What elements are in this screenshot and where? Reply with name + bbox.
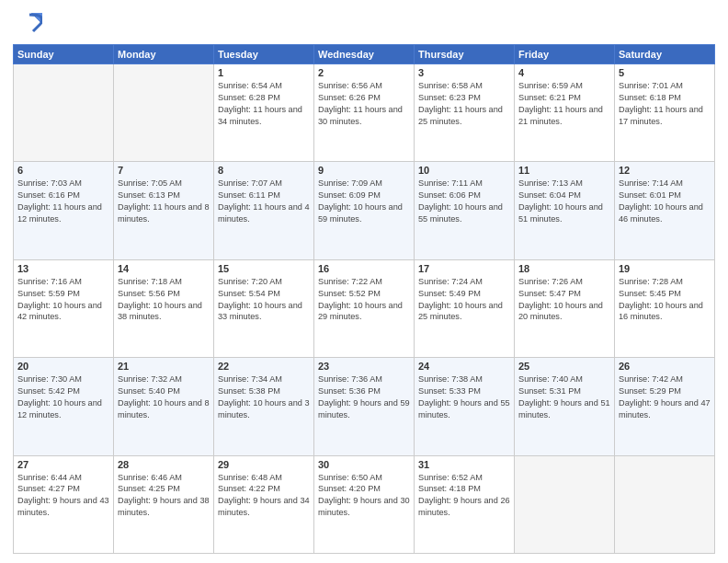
day-info: Sunrise: 6:48 AMSunset: 4:22 PMDaylight:…	[218, 472, 310, 520]
day-number: 6	[17, 165, 109, 176]
calendar-week-0: 1Sunrise: 6:54 AMSunset: 6:28 PMDaylight…	[14, 64, 715, 162]
day-info: Sunrise: 7:34 AMSunset: 5:38 PMDaylight:…	[218, 373, 310, 421]
day-number: 8	[218, 165, 310, 176]
col-friday: Friday	[515, 45, 615, 64]
calendar-cell: 5Sunrise: 7:01 AMSunset: 6:18 PMDaylight…	[615, 64, 715, 162]
day-number: 27	[17, 459, 109, 470]
day-number: 16	[318, 263, 410, 274]
day-number: 28	[118, 459, 210, 470]
day-info: Sunrise: 6:58 AMSunset: 6:23 PMDaylight:…	[418, 80, 510, 128]
calendar-cell: 31Sunrise: 6:52 AMSunset: 4:18 PMDayligh…	[415, 455, 515, 553]
day-info: Sunrise: 7:42 AMSunset: 5:29 PMDaylight:…	[619, 373, 711, 421]
day-info: Sunrise: 7:13 AMSunset: 6:04 PMDaylight:…	[518, 178, 610, 225]
col-wednesday: Wednesday	[314, 45, 415, 64]
calendar-cell: 4Sunrise: 6:59 AMSunset: 6:21 PMDaylight…	[515, 64, 615, 162]
calendar-cell: 21Sunrise: 7:32 AMSunset: 5:40 PMDayligh…	[114, 358, 214, 455]
calendar-week-2: 13Sunrise: 7:16 AMSunset: 5:59 PMDayligh…	[14, 259, 715, 357]
calendar-cell: 30Sunrise: 6:50 AMSunset: 4:20 PMDayligh…	[314, 455, 415, 553]
day-number: 20	[17, 361, 109, 372]
day-number: 18	[518, 263, 610, 274]
day-number: 22	[218, 361, 310, 372]
day-number: 17	[418, 263, 510, 274]
calendar-cell: 24Sunrise: 7:38 AMSunset: 5:33 PMDayligh…	[415, 358, 515, 455]
calendar-cell: 29Sunrise: 6:48 AMSunset: 4:22 PMDayligh…	[214, 455, 314, 553]
day-number: 12	[619, 165, 711, 176]
day-number: 7	[118, 165, 210, 176]
calendar-cell: 9Sunrise: 7:09 AMSunset: 6:09 PMDaylight…	[314, 162, 415, 259]
day-info: Sunrise: 7:01 AMSunset: 6:18 PMDaylight:…	[619, 80, 711, 128]
day-number: 29	[218, 459, 310, 470]
day-info: Sunrise: 6:54 AMSunset: 6:28 PMDaylight:…	[218, 80, 310, 128]
day-info: Sunrise: 7:20 AMSunset: 5:54 PMDaylight:…	[218, 276, 310, 324]
day-info: Sunrise: 7:26 AMSunset: 5:47 PMDaylight:…	[518, 276, 610, 324]
day-info: Sunrise: 7:32 AMSunset: 5:40 PMDaylight:…	[118, 373, 210, 421]
day-number: 11	[518, 165, 610, 176]
calendar-cell: 16Sunrise: 7:22 AMSunset: 5:52 PMDayligh…	[314, 259, 415, 357]
day-info: Sunrise: 6:46 AMSunset: 4:25 PMDaylight:…	[118, 472, 210, 520]
page: Sunday Monday Tuesday Wednesday Thursday…	[0, 0, 728, 563]
calendar-cell: 15Sunrise: 7:20 AMSunset: 5:54 PMDayligh…	[214, 259, 314, 357]
day-number: 24	[418, 361, 510, 372]
day-number: 5	[619, 67, 711, 78]
logo	[13, 9, 44, 39]
day-number: 9	[318, 165, 410, 176]
calendar-cell: 26Sunrise: 7:42 AMSunset: 5:29 PMDayligh…	[615, 358, 715, 455]
calendar-cell: 25Sunrise: 7:40 AMSunset: 5:31 PMDayligh…	[515, 358, 615, 455]
calendar-cell: 6Sunrise: 7:03 AMSunset: 6:16 PMDaylight…	[14, 162, 114, 259]
calendar-cell: 10Sunrise: 7:11 AMSunset: 6:06 PMDayligh…	[415, 162, 515, 259]
calendar-cell: 18Sunrise: 7:26 AMSunset: 5:47 PMDayligh…	[515, 259, 615, 357]
calendar-cell: 1Sunrise: 6:54 AMSunset: 6:28 PMDaylight…	[214, 64, 314, 162]
day-number: 3	[418, 67, 510, 78]
calendar-cell: 28Sunrise: 6:46 AMSunset: 4:25 PMDayligh…	[114, 455, 214, 553]
day-number: 25	[518, 361, 610, 372]
day-number: 23	[318, 361, 410, 372]
day-info: Sunrise: 6:50 AMSunset: 4:20 PMDaylight:…	[318, 472, 410, 520]
calendar-cell: 23Sunrise: 7:36 AMSunset: 5:36 PMDayligh…	[314, 358, 415, 455]
calendar-cell: 13Sunrise: 7:16 AMSunset: 5:59 PMDayligh…	[14, 259, 114, 357]
calendar-cell: 27Sunrise: 6:44 AMSunset: 4:27 PMDayligh…	[14, 455, 114, 553]
day-info: Sunrise: 6:52 AMSunset: 4:18 PMDaylight:…	[418, 472, 510, 520]
day-info: Sunrise: 7:38 AMSunset: 5:33 PMDaylight:…	[418, 373, 510, 421]
day-number: 15	[218, 263, 310, 274]
calendar-cell: 22Sunrise: 7:34 AMSunset: 5:38 PMDayligh…	[214, 358, 314, 455]
day-info: Sunrise: 6:59 AMSunset: 6:21 PMDaylight:…	[518, 80, 610, 128]
day-info: Sunrise: 7:30 AMSunset: 5:42 PMDaylight:…	[17, 373, 109, 421]
day-info: Sunrise: 7:07 AMSunset: 6:11 PMDaylight:…	[218, 178, 310, 225]
calendar-week-1: 6Sunrise: 7:03 AMSunset: 6:16 PMDaylight…	[14, 162, 715, 259]
day-info: Sunrise: 6:56 AMSunset: 6:26 PMDaylight:…	[318, 80, 410, 128]
day-info: Sunrise: 7:22 AMSunset: 5:52 PMDaylight:…	[318, 276, 410, 324]
day-number: 1	[218, 67, 310, 78]
day-number: 21	[118, 361, 210, 372]
col-tuesday: Tuesday	[214, 45, 314, 64]
calendar-header-row: Sunday Monday Tuesday Wednesday Thursday…	[14, 45, 715, 64]
day-number: 4	[518, 67, 610, 78]
calendar-cell: 17Sunrise: 7:24 AMSunset: 5:49 PMDayligh…	[415, 259, 515, 357]
col-sunday: Sunday	[14, 45, 114, 64]
calendar-week-4: 27Sunrise: 6:44 AMSunset: 4:27 PMDayligh…	[14, 455, 715, 553]
calendar-cell: 14Sunrise: 7:18 AMSunset: 5:56 PMDayligh…	[114, 259, 214, 357]
calendar-cell: 2Sunrise: 6:56 AMSunset: 6:26 PMDaylight…	[314, 64, 415, 162]
calendar-cell: 3Sunrise: 6:58 AMSunset: 6:23 PMDaylight…	[415, 64, 515, 162]
day-number: 31	[418, 459, 510, 470]
col-thursday: Thursday	[415, 45, 515, 64]
day-number: 30	[318, 459, 410, 470]
calendar-cell: 12Sunrise: 7:14 AMSunset: 6:01 PMDayligh…	[615, 162, 715, 259]
day-number: 19	[619, 263, 711, 274]
day-number: 13	[17, 263, 109, 274]
day-info: Sunrise: 7:09 AMSunset: 6:09 PMDaylight:…	[318, 178, 410, 225]
day-number: 14	[118, 263, 210, 274]
day-info: Sunrise: 7:16 AMSunset: 5:59 PMDaylight:…	[17, 276, 109, 324]
calendar-cell	[114, 64, 214, 162]
calendar-cell: 20Sunrise: 7:30 AMSunset: 5:42 PMDayligh…	[14, 358, 114, 455]
day-info: Sunrise: 7:36 AMSunset: 5:36 PMDaylight:…	[318, 373, 410, 421]
day-info: Sunrise: 7:11 AMSunset: 6:06 PMDaylight:…	[418, 178, 510, 225]
calendar-cell	[615, 455, 715, 553]
day-info: Sunrise: 7:18 AMSunset: 5:56 PMDaylight:…	[118, 276, 210, 324]
calendar-cell	[515, 455, 615, 553]
day-number: 2	[318, 67, 410, 78]
calendar-table: Sunday Monday Tuesday Wednesday Thursday…	[13, 44, 715, 554]
header	[13, 9, 715, 39]
col-saturday: Saturday	[615, 45, 715, 64]
day-info: Sunrise: 7:24 AMSunset: 5:49 PMDaylight:…	[418, 276, 510, 324]
calendar-cell	[14, 64, 114, 162]
